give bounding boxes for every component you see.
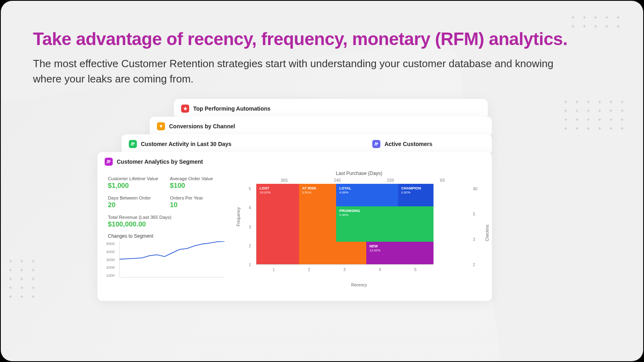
heatmap-cell-at-risk: AT RISK3.51% [299,184,336,264]
heatmap-top-ticks: 365 245 159 69 [256,178,469,183]
heatmap-title: Last Purchase (Days) [237,171,481,176]
card-title: Customer Analytics by Segment [117,158,203,165]
card-title: Active Customers [384,141,432,147]
svg-point-1 [133,143,134,144]
heatmap-cell-champion: CHAMPION0.82% [398,184,433,206]
heatmap-cell-loyal: LOYAL4.06% [336,184,398,206]
heatmap-cell-at-risk-ext- [336,242,366,264]
metric-clv: Customer Lifetime Value $1,000 [108,176,163,190]
heatmap-cell-promising: PROMISING9.36% [336,206,433,242]
svg-point-4 [107,160,109,162]
heatmap-cell-lost: LOST10.02% [256,184,299,264]
decorative-plus-grid: + + ++ + ++ + ++ + ++ + + [9,257,38,301]
card-analytics-segment: Customer Analytics by Segment Customer L… [97,152,492,301]
sparkline-chart: 5000 4000 3000 2000 1000 [108,241,225,278]
svg-point-2 [375,143,376,144]
metric-rev: Total Revenue (Last 365 Days) $100,000.0… [108,215,225,228]
card-stack: ★ Top Performing Automations ▼ Conversio… [97,99,492,308]
card-top-automations: ★ Top Performing Automations [174,99,488,119]
fire-icon: ★ [181,105,189,113]
page-subhead: The most effective Customer Retention st… [33,56,564,86]
rfm-heatmap: LOST10.02%AT RISK3.51%LOYAL4.06%CHAMPION… [256,184,433,265]
users-icon [129,140,137,148]
svg-point-3 [377,143,378,144]
page-headline: Take advantage of recency, frequency, mo… [33,29,611,49]
metric-dbo: Days Between Order 20 [108,195,163,209]
heatmap-left-ticks: 1 2 3 4 5 [249,187,251,267]
heatmap-panel: Last Purchase (Days) 365 245 159 69 1 2 … [237,171,481,286]
page-container: + + + + ++ + + + + + + + + + ++ + + + + … [1,1,643,361]
metrics-panel: Customer Lifetime Value $1,000 Average O… [108,171,225,286]
card-title: Conversions by Channel [169,123,235,130]
metric-opy: Orders Per Year 10 [170,195,225,209]
card-title: Customer Activity in Last 30 Days [141,141,231,147]
axis-label-recency: Recency [351,283,367,287]
card-title: Top Performing Automations [193,105,270,112]
decorative-plus-grid: + + + + + ++ + + + + ++ + + + + ++ + + +… [564,97,627,133]
users-icon [105,158,113,166]
card-conversions: ▼ Conversions by Channel [150,117,492,137]
card-activity: Customer Activity in Last 30 Days Active… [122,134,492,154]
axis-label-checkins: Checkins [485,225,489,241]
heatmap-bottom-ticks: 1 2 3 4 5 [256,267,433,272]
svg-point-0 [132,143,133,144]
axis-label-frequency: Frequency [236,207,241,226]
heatmap-right-ticks: 40 5 3 2 [473,187,477,267]
svg-point-5 [109,160,110,162]
sparkline-title: Changes to Segment [108,233,225,239]
heatmap-cell-new: NEW13.62% [366,242,433,264]
users-icon [372,140,380,148]
funnel-icon: ▼ [157,122,165,130]
metric-aov: Average Order Value $100 [170,176,225,190]
